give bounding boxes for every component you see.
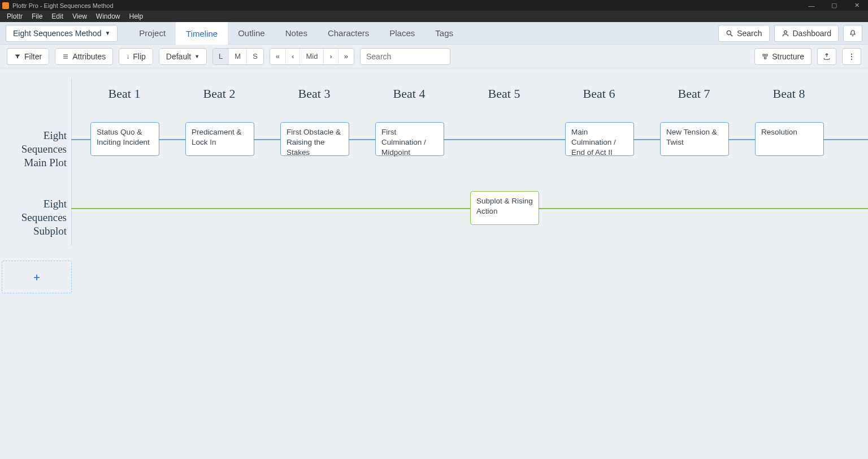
size-large[interactable]: L bbox=[213, 49, 229, 64]
caret-down-icon: ▼ bbox=[194, 54, 199, 59]
timeline-toolbar: Filter Attributes ↓ Flip Default ▼ L M S… bbox=[0, 45, 868, 68]
attributes-button[interactable]: Attributes bbox=[55, 48, 113, 65]
scene-card[interactable]: First Obstacle & Raising the Stakes bbox=[280, 122, 349, 156]
plotline-name[interactable]: Eight Sequences Main Plot bbox=[0, 129, 67, 169]
nav-last[interactable]: » bbox=[338, 49, 354, 64]
size-small[interactable]: S bbox=[247, 49, 263, 64]
export-button[interactable] bbox=[817, 48, 836, 65]
beat-header[interactable]: Beat 5 bbox=[457, 86, 552, 101]
window-titlebar: Plottr Pro - Eight Sequences Method — ▢ … bbox=[0, 0, 868, 11]
svg-point-0 bbox=[727, 31, 731, 34]
notifications-button[interactable] bbox=[843, 25, 862, 42]
svg-line-1 bbox=[731, 34, 733, 36]
bell-icon bbox=[849, 29, 857, 37]
template-dropdown[interactable]: Eight Sequences Method ▼ bbox=[6, 25, 118, 42]
svg-rect-3 bbox=[763, 54, 765, 56]
list-icon bbox=[62, 53, 69, 60]
more-vertical-icon: ⋮ bbox=[848, 53, 856, 60]
menu-plottr[interactable]: Plottr bbox=[2, 12, 27, 20]
tab-characters[interactable]: Characters bbox=[318, 22, 379, 45]
minimize-button[interactable]: — bbox=[800, 2, 823, 9]
svg-rect-5 bbox=[765, 57, 766, 59]
template-dropdown-label: Eight Sequences Method bbox=[13, 29, 101, 38]
nav-right: Search Dashboard bbox=[718, 25, 862, 42]
structure-button[interactable]: Structure bbox=[754, 48, 811, 65]
user-icon bbox=[782, 29, 789, 37]
main-tabs: Project Timeline Outline Notes Character… bbox=[129, 22, 463, 45]
maximize-button[interactable]: ▢ bbox=[823, 2, 845, 9]
search-icon bbox=[726, 29, 734, 37]
structure-label: Structure bbox=[772, 52, 804, 61]
nav-first[interactable]: « bbox=[270, 49, 286, 64]
nav-next[interactable]: › bbox=[324, 49, 338, 64]
close-button[interactable]: ✕ bbox=[845, 2, 868, 9]
tab-timeline[interactable]: Timeline bbox=[176, 22, 228, 45]
beat-header[interactable]: Beat 7 bbox=[646, 86, 741, 101]
menu-window[interactable]: Window bbox=[92, 12, 125, 20]
beat-header[interactable]: Beat 8 bbox=[741, 86, 836, 101]
svg-point-2 bbox=[784, 31, 787, 33]
menu-edit[interactable]: Edit bbox=[47, 12, 68, 20]
top-nav: Eight Sequences Method ▼ Project Timelin… bbox=[0, 22, 868, 45]
size-medium[interactable]: M bbox=[229, 49, 247, 64]
scene-card[interactable]: Resolution bbox=[755, 122, 824, 156]
menu-view[interactable]: View bbox=[68, 12, 92, 20]
search-button-label: Search bbox=[737, 29, 762, 38]
plotline-name[interactable]: Eight Sequences Subplot bbox=[0, 197, 67, 237]
menu-help[interactable]: Help bbox=[125, 12, 148, 20]
window-title: Plottr Pro - Eight Sequences Method bbox=[12, 2, 114, 9]
flip-arrow-icon: ↓ bbox=[126, 53, 129, 60]
tab-notes[interactable]: Notes bbox=[275, 22, 318, 45]
filter-icon bbox=[14, 53, 21, 60]
svg-rect-4 bbox=[766, 54, 767, 56]
scene-card[interactable]: First Culmination / Midpoint bbox=[375, 122, 444, 156]
filter-label: Filter bbox=[24, 52, 42, 61]
app-icon bbox=[2, 2, 9, 9]
dashboard-button[interactable]: Dashboard bbox=[774, 25, 839, 42]
size-segments: L M S bbox=[212, 48, 264, 65]
plotline-line bbox=[71, 208, 868, 209]
dashboard-button-label: Dashboard bbox=[793, 29, 832, 38]
export-icon bbox=[823, 53, 831, 60]
flip-button[interactable]: ↓ Flip bbox=[119, 48, 153, 65]
scene-card[interactable]: Subplot & Rising Action bbox=[470, 191, 539, 225]
scene-card[interactable]: New Tension & Twist bbox=[660, 122, 729, 156]
filter-button[interactable]: Filter bbox=[7, 48, 49, 65]
caret-down-icon: ▼ bbox=[105, 30, 110, 36]
attributes-label: Attributes bbox=[72, 52, 106, 61]
window-controls: — ▢ ✕ bbox=[800, 0, 868, 11]
nav-prev[interactable]: ‹ bbox=[286, 49, 300, 64]
track-separator bbox=[71, 79, 72, 245]
beat-header[interactable]: Beat 3 bbox=[267, 86, 362, 101]
more-button[interactable]: ⋮ bbox=[842, 48, 861, 65]
beat-header[interactable]: Beat 4 bbox=[362, 86, 457, 101]
structure-icon bbox=[762, 53, 769, 60]
tab-places[interactable]: Places bbox=[379, 22, 425, 45]
scene-card[interactable]: Predicament & Lock In bbox=[185, 122, 254, 156]
plus-icon: ＋ bbox=[32, 270, 42, 284]
tab-project[interactable]: Project bbox=[129, 22, 176, 45]
add-plotline-button[interactable]: ＋ bbox=[2, 261, 72, 293]
beat-header-row: Beat 1Beat 2Beat 3Beat 4Beat 5Beat 6Beat… bbox=[0, 86, 868, 109]
beat-header[interactable]: Beat 6 bbox=[552, 86, 646, 101]
menubar: Plottr File Edit View Window Help bbox=[0, 11, 868, 22]
tab-tags[interactable]: Tags bbox=[425, 22, 463, 45]
menu-file[interactable]: File bbox=[27, 12, 47, 20]
scene-card[interactable]: Main Culmination / End of Act II bbox=[565, 122, 634, 156]
timeline-search-input[interactable] bbox=[360, 48, 450, 65]
scene-card[interactable]: Status Quo & Inciting Incident bbox=[90, 122, 159, 156]
nav-segments: « ‹ Mid › » bbox=[270, 48, 354, 65]
beat-header[interactable]: Beat 1 bbox=[77, 86, 172, 101]
zoom-dropdown[interactable]: Default ▼ bbox=[159, 48, 207, 65]
nav-mid[interactable]: Mid bbox=[300, 49, 324, 64]
zoom-label: Default bbox=[166, 52, 191, 61]
flip-label: Flip bbox=[133, 52, 146, 61]
search-button[interactable]: Search bbox=[718, 25, 769, 42]
beat-header[interactable]: Beat 2 bbox=[172, 86, 267, 101]
timeline-canvas: Beat 1Beat 2Beat 3Beat 4Beat 5Beat 6Beat… bbox=[0, 68, 868, 459]
tab-outline[interactable]: Outline bbox=[228, 22, 275, 45]
